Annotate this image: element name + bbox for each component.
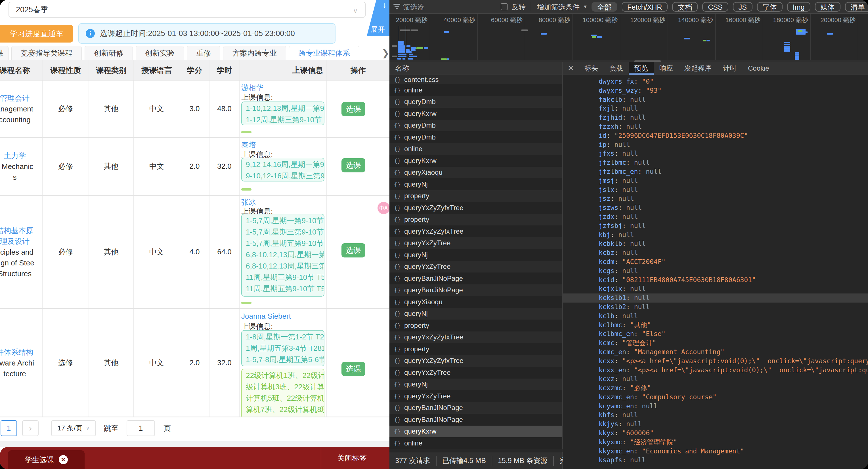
term-select[interactable]: 2025春季 ∨ (8, 2, 366, 18)
detail-tab[interactable]: 负载 (604, 62, 629, 74)
json-property-row[interactable]: kcxx_en: "<p><a href=\"javascript:void(0… (563, 366, 868, 375)
progress-button[interactable]: 学习进度直通车 (0, 25, 73, 42)
select-course-button[interactable]: 选课 (341, 243, 365, 258)
detail-tab[interactable]: Cookie (742, 62, 775, 74)
json-property-row[interactable]: kkjys: null (563, 420, 868, 429)
json-property-row[interactable]: kclbmc: "其他" (563, 321, 868, 330)
jump-to-input[interactable]: 1 (127, 420, 155, 436)
json-property-row[interactable]: kckslb2: null (563, 303, 868, 312)
request-row[interactable]: {} queryKxrw (390, 108, 563, 120)
json-property-row[interactable]: jszws: null (563, 203, 868, 212)
request-row[interactable]: {} queryYxZyZyfxTree (390, 202, 563, 214)
request-row[interactable]: {} online (390, 84, 563, 96)
json-property-row[interactable]: jfzlbmc: null (563, 158, 868, 167)
course-category-tab[interactable]: 创新实验 (136, 46, 184, 60)
json-property-row[interactable]: kcid: "082111EB4800A745E0630B18F80A6301" (563, 276, 868, 285)
request-row[interactable]: {} queryBanJiNoPage (390, 272, 563, 284)
json-property-row[interactable]: kcywmc_en: null (563, 402, 868, 411)
request-row[interactable]: {} queryNj (390, 308, 563, 320)
json-property-row[interactable]: kcbz: null (563, 248, 868, 258)
more-filters-dropdown[interactable]: 增加筛选条件 ▼ (537, 0, 588, 13)
teacher-link[interactable]: 泰培 (241, 140, 256, 150)
course-category-tab[interactable]: 创新研修 (85, 46, 133, 60)
expand-ribbon[interactable]: ↓ 展开 (367, 0, 390, 36)
request-row[interactable]: {} queryKxrw (390, 426, 563, 438)
json-property-row[interactable]: ksapfs: null (563, 456, 868, 465)
request-row[interactable]: {} queryYxZyTree (390, 261, 563, 273)
translate-button[interactable]: 中A (377, 201, 390, 215)
page-button-1[interactable]: 1 (1, 420, 17, 436)
json-property-row[interactable]: fakclb: null (563, 95, 868, 104)
json-property-row[interactable]: jfxs: null (563, 149, 868, 158)
request-row[interactable]: {} queryYxZyTree (390, 367, 563, 378)
course-category-tab[interactable]: 竞赛指导类课程 (11, 46, 82, 60)
json-property-row[interactable]: kcxz: null (563, 375, 868, 383)
request-row[interactable]: {} queryYxZyTree (390, 390, 563, 402)
request-row[interactable]: {} queryXiaoqu (390, 296, 563, 308)
request-row[interactable]: {} queryBanJiNoPage (390, 414, 563, 426)
request-type-filter[interactable]: 媒体 (815, 2, 840, 12)
course-category-tab[interactable]: 重修 (187, 46, 220, 60)
json-property-row[interactable]: jzfsbj: null (563, 222, 868, 231)
request-row[interactable]: {} queryYxZyZyfxTree (390, 355, 563, 367)
request-type-filter[interactable]: 文档 (672, 2, 698, 12)
json-property-row[interactable]: dwyxrs_fx: "0" (563, 77, 868, 86)
json-property-row[interactable]: kcxzmc: "必修" (563, 383, 868, 393)
request-row[interactable]: {} property (390, 190, 563, 202)
select-course-button[interactable]: 选课 (341, 362, 365, 376)
request-row[interactable]: {} queryYxZyTree (390, 237, 563, 249)
json-property-row[interactable]: kcxzmc_en: "Compulsory course" (563, 393, 868, 402)
request-type-filter[interactable]: 清单 (845, 2, 868, 12)
course-category-tab[interactable]: 课 (0, 46, 8, 60)
course-category-tab[interactable]: 方案内跨专业 (223, 46, 286, 60)
teacher-link[interactable]: 游相华 (241, 83, 264, 93)
json-property-row[interactable]: kcmc: "管理会计" (563, 339, 868, 348)
course-category-tab[interactable]: 跨专业课程体系 (289, 46, 359, 60)
request-row[interactable]: {} property (390, 320, 563, 332)
invert-checkbox[interactable] (501, 3, 507, 10)
detail-tab[interactable]: 计时 (717, 62, 742, 74)
detail-tab[interactable]: 预览 (629, 62, 654, 74)
detail-tab[interactable]: 发起程序 (679, 62, 717, 74)
json-property-row[interactable]: kclb: null (563, 312, 868, 321)
json-property-row[interactable]: kcmc_en: "Management Accounting" (563, 348, 868, 357)
json-property-row[interactable]: ip: null (563, 140, 868, 149)
network-overview-timeline[interactable]: 20000 毫秒40000 毫秒60000 毫秒80000 毫秒100000 毫… (390, 13, 868, 61)
request-row[interactable]: {} queryBanJiNoPage (390, 284, 563, 296)
request-row[interactable]: {} queryKxrw (390, 155, 563, 167)
filter-input[interactable]: 筛选器 (403, 0, 424, 13)
select-course-button[interactable]: 选课 (341, 102, 365, 116)
json-property-row[interactable]: jmsj: null (563, 176, 868, 186)
request-row[interactable]: {} queryNj (390, 178, 563, 190)
close-detail-icon[interactable]: ✕ (563, 62, 579, 74)
detail-tab[interactable]: 标头 (579, 62, 604, 74)
json-property-row[interactable]: dwyxrs_wzy: "93" (563, 86, 868, 95)
json-property-row[interactable]: kkyxmc: "经济管理学院" (563, 438, 868, 447)
teacher-link[interactable]: 张冰 (241, 197, 256, 207)
request-row[interactable]: {} online (390, 437, 563, 449)
close-tab-button[interactable]: 关闭标签 (327, 447, 377, 469)
json-property-row[interactable]: fzjhid: null (563, 113, 868, 122)
json-property-row[interactable]: kcxx: "<p><a href=\"javascript:void(0);\… (563, 357, 868, 366)
request-type-filter[interactable]: 字体 (757, 2, 782, 12)
request-row[interactable]: {} property (390, 343, 563, 355)
course-name-zh[interactable]: 结构基本原 (0, 225, 33, 236)
course-name-zh[interactable]: 管理会计 (0, 93, 30, 103)
json-property-row[interactable]: jslx: null (563, 186, 868, 195)
json-property-row[interactable]: kkyxmc_en: "Economics and Management" (563, 447, 868, 456)
request-row[interactable]: {} content.css (390, 75, 563, 84)
request-type-filter[interactable]: JS (733, 2, 752, 12)
course-name-zh[interactable]: 件体系结构 (0, 347, 33, 358)
detail-tab[interactable]: 响应 (654, 62, 679, 74)
request-row[interactable]: {} queryNj (390, 378, 563, 391)
request-row[interactable]: {} queryDmb (390, 96, 563, 108)
request-row[interactable]: {} queryNj (390, 249, 563, 261)
json-property-row[interactable]: kkyx: "600006" (563, 429, 868, 438)
request-row[interactable]: {} queryDmb (390, 131, 563, 143)
request-row[interactable]: {} queryDmb (390, 120, 563, 132)
select-course-button[interactable]: 选课 (341, 158, 365, 172)
json-property-row[interactable]: fxjl: null (563, 104, 868, 113)
request-type-filter[interactable]: 全部 (592, 2, 617, 12)
json-property-row[interactable]: kcjxlx: null (563, 284, 868, 294)
page-size-select[interactable]: 17 条/页 ∨ (51, 420, 96, 436)
